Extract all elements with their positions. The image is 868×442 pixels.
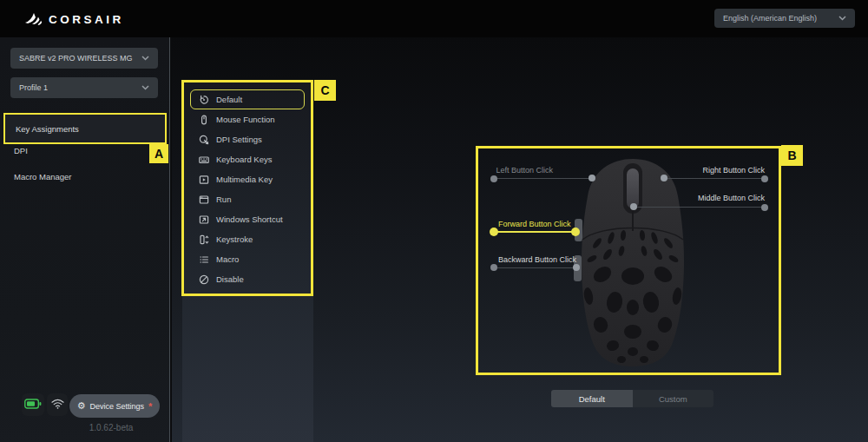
callout-line-forward — [496, 231, 577, 233]
sidebar-item-key-assignments[interactable]: Key Assignments — [5, 115, 165, 142]
language-dropdown[interactable]: English (American English) — [714, 9, 855, 28]
menu-item-windows-shortcut[interactable]: Windows Shortcut — [190, 209, 305, 229]
chevron-down-icon — [141, 85, 149, 90]
callout-middle-button[interactable]: Middle Button Click — [646, 194, 765, 202]
device-settings-label: Device Settings — [90, 402, 145, 411]
menu-item-label: Keystroke — [216, 234, 253, 244]
shortcut-arrow-icon — [198, 214, 209, 225]
callout-right-button[interactable]: Right Button Click — [646, 166, 765, 175]
callout-endpoint-dot-selected — [490, 228, 498, 236]
mouse-backward-button-anchor-dot[interactable] — [573, 264, 580, 271]
device-dropdown-value: SABRE v2 PRO WIRELESS MG — [19, 54, 133, 63]
device-settings-button[interactable]: ⚙ Device Settings * — [69, 394, 160, 418]
reset-icon — [198, 94, 209, 105]
callout-endpoint-dot — [490, 175, 497, 182]
annotation-label-c: C — [314, 80, 336, 101]
menu-item-label: Windows Shortcut — [216, 214, 283, 224]
sidebar: SABRE v2 PRO WIRELESS MG Profile 1 — [0, 37, 170, 442]
annotation-box-c: Default Mouse Function D — [181, 80, 313, 296]
media-play-icon — [198, 174, 209, 185]
menu-item-label: Keyboard Keys — [216, 155, 272, 164]
chevron-down-icon — [141, 56, 149, 61]
callout-line-left — [496, 178, 592, 179]
battery-icon — [24, 399, 42, 411]
menu-item-label: Run — [216, 195, 231, 204]
callout-line-right — [664, 178, 765, 179]
profile-dropdown[interactable]: Profile 1 — [10, 77, 158, 98]
sidebar-item-dpi[interactable]: DPI — [0, 146, 170, 155]
disable-icon — [198, 274, 209, 285]
menu-item-mouse-function[interactable]: Mouse Function — [190, 109, 305, 129]
annotation-label-b: B — [781, 145, 803, 166]
menu-item-default[interactable]: Default — [190, 89, 305, 109]
mouse-icon — [198, 114, 209, 125]
mouse-forward-button-anchor-dot[interactable] — [571, 228, 580, 236]
menu-item-multimedia-key[interactable]: Multimedia Key — [190, 169, 305, 189]
menu-item-label: Default — [216, 95, 242, 104]
profile-dropdown-value: Profile 1 — [19, 83, 48, 92]
assignment-menu-list: Default Mouse Function D — [184, 89, 311, 289]
wireless-status-tile — [47, 393, 68, 416]
device-dropdown[interactable]: SABRE v2 PRO WIRELESS MG — [10, 48, 158, 69]
gear-icon: ⚙ — [77, 401, 86, 411]
menu-item-label: Macro — [216, 254, 239, 264]
macro-list-icon — [198, 254, 209, 265]
menu-item-keyboard-keys[interactable]: Keyboard Keys — [190, 149, 305, 169]
menu-item-label: DPI Settings — [216, 135, 262, 144]
dpi-gauge-icon — [198, 134, 209, 145]
mode-toggle-default[interactable]: Default — [551, 390, 633, 407]
menu-item-macro[interactable]: Macro — [190, 249, 305, 269]
corsair-sails-icon — [24, 9, 43, 30]
version-text: 1.0.62-beta — [62, 423, 160, 432]
keyboard-icon — [198, 154, 209, 165]
mouse-right-button-anchor-dot[interactable] — [661, 175, 667, 181]
mouse-illustration — [562, 153, 701, 370]
menu-item-run[interactable]: Run — [190, 189, 305, 209]
wifi-icon — [51, 399, 64, 411]
alert-asterisk-icon: * — [148, 401, 152, 412]
callout-endpoint-dot — [490, 264, 497, 271]
mouse-left-button-anchor-dot[interactable] — [589, 175, 595, 181]
app-window-icon — [198, 194, 209, 205]
keystroke-icon — [198, 234, 209, 245]
menu-item-keystroke[interactable]: Keystroke — [190, 229, 305, 249]
callout-left-button[interactable]: Left Button Click — [434, 166, 553, 175]
menu-item-dpi-settings[interactable]: DPI Settings — [190, 129, 305, 149]
menu-item-disable[interactable]: Disable — [190, 269, 305, 289]
menu-item-label: Multimedia Key — [216, 175, 273, 184]
top-bar: CORSAIR English (American English) — [0, 0, 868, 37]
mode-toggle-custom[interactable]: Custom — [633, 390, 714, 407]
brand-wordmark: CORSAIR — [49, 13, 124, 26]
callout-forward-button[interactable]: Forward Button Click — [498, 220, 571, 228]
callout-backward-button[interactable]: Backward Button Click — [498, 255, 576, 264]
menu-item-label: Mouse Function — [216, 115, 275, 124]
callout-line-backward — [495, 267, 579, 268]
callout-endpoint-dot — [761, 204, 768, 211]
app-window: CORSAIR English (American English) SABRE… — [0, 0, 868, 442]
menu-item-label: Disable — [216, 274, 244, 284]
chevron-down-icon — [838, 16, 846, 21]
language-value: English (American English) — [723, 14, 817, 23]
callout-line-middle — [634, 207, 765, 208]
sidebar-item-macro-manager[interactable]: Macro Manager — [0, 172, 170, 181]
mode-toggle: Default Custom — [551, 390, 713, 407]
callout-endpoint-dot — [761, 175, 768, 182]
mouse-middle-button-anchor-dot[interactable] — [630, 203, 637, 210]
corsair-logo: CORSAIR — [24, 9, 124, 30]
battery-status-tile — [22, 393, 44, 416]
annotation-box-a: Key Assignments — [3, 113, 167, 144]
